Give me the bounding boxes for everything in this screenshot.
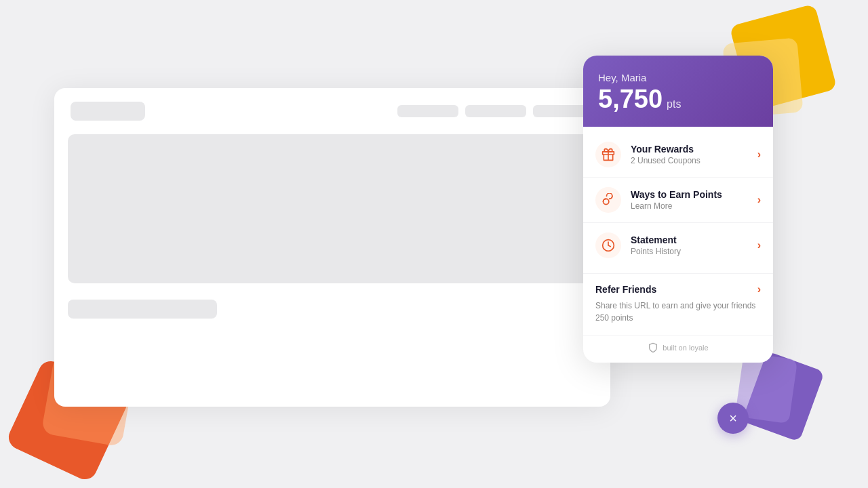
browser-nav-pill-1	[397, 105, 458, 117]
rewards-points-value: 5,750	[598, 86, 663, 112]
browser-placeholder-btn	[71, 102, 145, 121]
menu-title-earn: Ways to Earn Points	[631, 189, 748, 201]
browser-card	[54, 88, 610, 407]
gift-icon-wrap	[595, 142, 621, 167]
rewards-panel: Hey, Maria 5,750 pts Your Rewards 2 Unus…	[583, 56, 773, 363]
browser-top-bar	[54, 88, 610, 134]
loyale-text: built on loyale	[663, 344, 708, 352]
menu-subtitle-rewards: 2 Unused Coupons	[631, 156, 748, 165]
clock-icon	[601, 239, 615, 252]
refer-title: Refer Friends	[595, 284, 656, 295]
menu-list: Your Rewards 2 Unused Coupons › Ways to …	[583, 127, 773, 273]
menu-item-earn[interactable]: Ways to Earn Points Learn More ›	[583, 178, 773, 223]
clock-icon-wrap	[595, 232, 621, 258]
statement-chevron-icon: ›	[757, 239, 761, 251]
menu-text-rewards: Your Rewards 2 Unused Coupons	[631, 144, 748, 166]
menu-subtitle-statement: Points History	[631, 247, 748, 256]
menu-item-rewards[interactable]: Your Rewards 2 Unused Coupons ›	[583, 132, 773, 178]
menu-title-rewards: Your Rewards	[631, 144, 748, 155]
refer-desc: Share this URL to earn and give your fri…	[595, 300, 761, 324]
rewards-chevron-icon: ›	[757, 148, 761, 161]
refer-friends-section[interactable]: Refer Friends › Share this URL to earn a…	[583, 273, 773, 335]
menu-item-statement[interactable]: Statement Points History ›	[583, 223, 773, 268]
gift-icon	[601, 148, 615, 161]
menu-text-statement: Statement Points History	[631, 235, 748, 257]
coins-icon-wrap	[595, 187, 621, 213]
close-button[interactable]: ×	[717, 403, 749, 434]
browser-nav-pills	[397, 105, 594, 117]
rewards-greeting: Hey, Maria	[598, 72, 758, 83]
rewards-header: Hey, Maria 5,750 pts	[583, 56, 773, 127]
browser-bottom-bar	[54, 283, 610, 335]
browser-content-area	[68, 134, 597, 283]
browser-bottom-placeholder	[68, 300, 217, 319]
shield-icon	[648, 342, 658, 353]
menu-text-earn: Ways to Earn Points Learn More	[631, 189, 748, 211]
earn-chevron-icon: ›	[757, 194, 761, 206]
refer-header-row: Refer Friends ›	[595, 283, 761, 296]
rewards-points-label: pts	[667, 98, 681, 110]
close-icon: ×	[729, 411, 737, 425]
panel-footer: built on loyale	[583, 335, 773, 363]
browser-nav-pill-2	[465, 105, 526, 117]
refer-chevron-icon: ›	[757, 283, 761, 296]
menu-subtitle-earn: Learn More	[631, 201, 748, 211]
menu-title-statement: Statement	[631, 235, 748, 246]
coins-icon	[601, 193, 615, 207]
rewards-points-row: 5,750 pts	[598, 86, 758, 112]
